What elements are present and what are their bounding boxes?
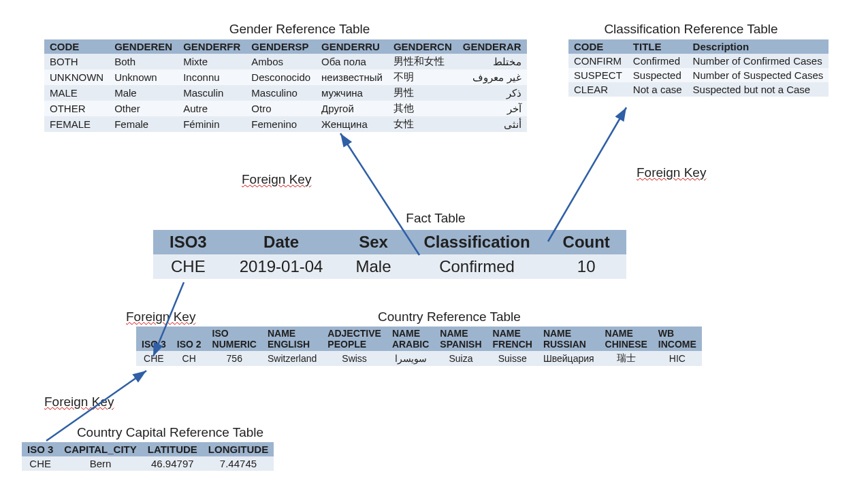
cell: آخر [457, 101, 527, 116]
cap-h0: ISO 3 [22, 442, 59, 456]
gender-table: CODE GENDEREN GENDERFR GENDERSP GENDERRU… [44, 39, 527, 132]
table-row: OTHEROtherAutreOtroДругой其他آخر [44, 101, 527, 116]
cell: غير معروف [457, 69, 527, 85]
table-row: CHECH756SwitzerlandSwissسويسراSuizaSuiss… [136, 351, 702, 366]
cell: Desconocido [246, 69, 316, 85]
fact-c0: CHE [153, 254, 223, 279]
cls-h0: CODE [568, 39, 628, 54]
cell: CHE [22, 456, 59, 471]
cell: FEMALE [44, 116, 109, 132]
cls-h1: TITLE [628, 39, 688, 54]
gender-h5: GENDERCN [388, 39, 457, 54]
cell: Autre [178, 101, 246, 116]
cell: مختلط [457, 54, 527, 69]
cell: 46.94797 [142, 456, 203, 471]
cell: Female [109, 116, 178, 132]
cell: Otro [246, 101, 316, 116]
cell: Suspected [628, 68, 688, 82]
cell: Not a case [628, 82, 688, 97]
cell: Женщина [316, 116, 388, 132]
cap-h3: LONGITUDE [203, 442, 274, 456]
cell: Swiss [322, 351, 387, 366]
cty-h9: NAMECHINESE [600, 327, 653, 351]
cell: Suiza [434, 351, 487, 366]
cell: Inconnu [178, 69, 246, 85]
cell: 不明 [388, 69, 457, 85]
fact-h4: Count [547, 230, 626, 254]
svg-line-1 [548, 107, 626, 241]
gender-h0: CODE [44, 39, 109, 54]
cell: سويسرا [387, 351, 434, 366]
classification-table: CODE TITLE Description CONFIRMConfirmedN… [568, 39, 829, 97]
cell: Number of Suspected Cases [688, 68, 829, 82]
table-row: MALEMaleMasculinMasculinoмужчина男性ذكر [44, 85, 527, 101]
cty-h0: ISO 3 [136, 327, 172, 351]
cell: неизвестный [316, 69, 388, 85]
table-row: CLEARNot a caseSuspected but not a Case [568, 82, 829, 97]
cell: 女性 [388, 116, 457, 132]
cty-h4: ADJECTIVEPEOPLE [322, 327, 387, 351]
gender-h4: GENDERRU [316, 39, 388, 54]
table-row: CONFIRMConfirmedNumber of Confirmed Case… [568, 54, 829, 68]
cell: Unknown [109, 69, 178, 85]
cty-h8: NAMERUSSIAN [538, 327, 600, 351]
fk-label-4: Foreign Key [44, 395, 114, 409]
cell: OTHER [44, 101, 109, 116]
table-row: FEMALEFemaleFémininFemeninoЖенщина女性أنثى [44, 116, 527, 132]
cell: CLEAR [568, 82, 628, 97]
fact-title: Fact Table [374, 211, 497, 226]
cell: Number of Confirmed Cases [688, 54, 829, 68]
cell: Ambos [246, 54, 316, 69]
cell: 瑞士 [600, 351, 653, 366]
cty-h2: ISONUMERIC [207, 327, 262, 351]
cap-h1: CAPITAL_CITY [59, 442, 142, 456]
gender-title: Gender Reference Table [204, 22, 395, 37]
cell: 756 [207, 351, 262, 366]
cty-h5: NAMEARABIC [387, 327, 434, 351]
cell: أنثى [457, 116, 527, 132]
cell: HIC [653, 351, 702, 366]
fact-c1: 2019-01-04 [223, 254, 340, 279]
cell: Suspected but not a Case [688, 82, 829, 97]
table-row: BOTHBothMixteAmbosОба пола男性和女性مختلط [44, 54, 527, 69]
cell: SUSPECT [568, 68, 628, 82]
cell: Masculino [246, 85, 316, 101]
table-row: UNKNOWNUnknownInconnuDesconocidoнеизвест… [44, 69, 527, 85]
fact-h1: Date [223, 230, 340, 254]
cell: 男性和女性 [388, 54, 457, 69]
gender-h3: GENDERSP [246, 39, 316, 54]
fact-h0: ISO3 [153, 230, 223, 254]
cell: MALE [44, 85, 109, 101]
fk-label-1: Foreign Key [242, 172, 311, 187]
cty-h10: WBINCOME [653, 327, 702, 351]
cell: ذكر [457, 85, 527, 101]
cty-h6: NAMESPANISH [434, 327, 487, 351]
fact-c3: Confirmed [408, 254, 547, 279]
country-title: Country Reference Table [354, 310, 545, 324]
cell: Male [109, 85, 178, 101]
cell: Switzerland [262, 351, 322, 366]
classification-title: Classification Reference Table [582, 22, 800, 37]
table-row: SUSPECTSuspectedNumber of Suspected Case… [568, 68, 829, 82]
cell: BOTH [44, 54, 109, 69]
country-table: ISO 3 ISO 2 ISONUMERIC NAMEENGLISH ADJEC… [136, 327, 702, 366]
capital-table: ISO 3 CAPITAL_CITY LATITUDE LONGITUDE CH… [22, 442, 274, 471]
cell: Швейцария [538, 351, 600, 366]
cell: мужчина [316, 85, 388, 101]
cell: CH [172, 351, 207, 366]
cell: Confirmed [628, 54, 688, 68]
cell: Bern [59, 456, 142, 471]
cell: CHE [136, 351, 172, 366]
fact-h3: Classification [408, 230, 547, 254]
gender-h6: GENDERAR [457, 39, 527, 54]
cell: Masculin [178, 85, 246, 101]
cty-h3: NAMEENGLISH [262, 327, 322, 351]
cell: 男性 [388, 85, 457, 101]
cell: CONFIRM [568, 54, 628, 68]
gender-h2: GENDERFR [178, 39, 246, 54]
cty-h1: ISO 2 [172, 327, 207, 351]
fact-c4: 10 [547, 254, 626, 279]
cell: 其他 [388, 101, 457, 116]
fact-c2: Male [339, 254, 407, 279]
cell: 7.44745 [203, 456, 274, 471]
